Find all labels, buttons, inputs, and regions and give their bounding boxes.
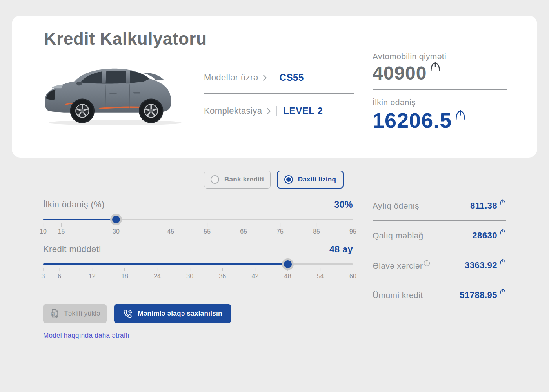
- down-payment-value: 16206.5: [373, 109, 507, 132]
- summary-label: Ümumi kredit: [373, 290, 423, 300]
- model-selector-value[interactable]: CS55: [279, 72, 304, 83]
- manat-icon: [500, 289, 506, 294]
- tick-line: [287, 268, 288, 271]
- summary-row: Aylıq ödəniş811.38: [373, 191, 506, 221]
- tick-line: [316, 223, 317, 227]
- slider-ticks: 101530455565758595: [43, 223, 353, 237]
- tick-label: 54: [317, 273, 324, 280]
- contact-me-button[interactable]: Mənimlə əlaqə saxlanılsın: [114, 304, 231, 323]
- summary-label: Qalıq məbləğ: [373, 231, 424, 240]
- trim-selector-row[interactable]: Komplektasiya LEVEL 2: [204, 104, 354, 118]
- slider-tick: 18: [121, 268, 128, 280]
- tick-label: 15: [58, 228, 65, 235]
- summary-panel: Aylıq ödəniş811.38Qalıq məbləğ28630Əlavə…: [373, 191, 506, 310]
- tick-label: 55: [204, 228, 211, 235]
- summary-row: Ümumi kredit51788.95: [373, 280, 506, 310]
- down-payment-label: İlkin ödəniş: [373, 98, 507, 107]
- slider-tick: 54: [317, 268, 324, 280]
- tick-label: 30: [186, 273, 193, 280]
- summary-label: Əlavə xərcləri: [373, 260, 430, 270]
- credit-calculator-page: Kredit Kalkulyatoru: [0, 0, 549, 392]
- slider-tick: 48: [284, 268, 291, 280]
- slider-tick: 42: [252, 268, 259, 280]
- tick-label: 75: [276, 228, 284, 235]
- model-details-link[interactable]: Model haqqında daha ətraflı: [43, 332, 129, 339]
- slider-tick: 3: [42, 268, 45, 280]
- tick-line: [171, 223, 171, 227]
- slider-tick: 60: [349, 268, 356, 280]
- slider-fill: [43, 219, 116, 220]
- manat-icon: [455, 110, 466, 120]
- summary-value: 811.38: [470, 201, 506, 211]
- slider-ticks: 36121824303642485460: [43, 268, 353, 282]
- tick-label: 24: [154, 273, 161, 280]
- tick-label: 45: [167, 228, 174, 235]
- internal-leasing-label: Daxili lizinq: [298, 176, 336, 183]
- download-offer-label: Təklifi yüklə: [64, 310, 100, 318]
- summary-label: Aylıq ödəniş: [373, 201, 419, 211]
- tick-label: 65: [240, 228, 247, 235]
- model-selector-block: Modellər üzrə CS55 Komplektasiya LEVEL 2: [204, 71, 354, 118]
- summary-value: 3363.92: [465, 260, 506, 270]
- tick-line: [207, 223, 207, 227]
- summary-value: 28630: [472, 230, 506, 241]
- slider-tick: 65: [240, 223, 247, 235]
- info-icon[interactable]: i: [424, 260, 430, 266]
- slider-tick: 85: [313, 223, 320, 235]
- tick-label: 10: [40, 228, 47, 235]
- model-selector-label: Modellər üzrə: [204, 73, 258, 83]
- manat-icon: [500, 229, 506, 235]
- bank-credit-option[interactable]: Bank krediti: [204, 171, 271, 189]
- tick-line: [43, 223, 43, 227]
- selector-divider: [204, 93, 354, 94]
- chevron-right-icon: [263, 74, 267, 81]
- slider-tick: 10: [40, 223, 47, 235]
- svg-text:PDF: PDF: [51, 313, 55, 315]
- tick-line: [222, 268, 223, 271]
- contact-me-label: Mənimlə əlaqə saxlanılsın: [138, 310, 222, 318]
- slider-tick: 45: [167, 223, 174, 235]
- summary-row: Əlavə xərcləri3363.92: [373, 250, 506, 280]
- download-offer-button[interactable]: PDF Təklifi yüklə: [43, 304, 107, 323]
- slider-tick: 24: [154, 268, 161, 280]
- tick-line: [353, 223, 353, 227]
- slider-tick: 55: [204, 223, 211, 235]
- loan-term-slider-group: Kredit müddəti 48 ay 3612182430364248546…: [43, 241, 353, 282]
- tick-line: [190, 268, 190, 271]
- slider-tick: 30: [186, 268, 193, 280]
- tick-label: 30: [113, 228, 120, 235]
- chevron-right-icon: [267, 108, 271, 114]
- tick-label: 95: [349, 228, 356, 235]
- model-selector-row[interactable]: Modellər üzrə CS55: [204, 71, 354, 85]
- slider-tick: 30: [113, 223, 120, 235]
- loan-term-slider-track[interactable]: [43, 263, 353, 265]
- slider-tick: 36: [219, 268, 226, 280]
- tick-line: [61, 223, 62, 227]
- tick-label: 36: [219, 273, 226, 280]
- summary-row: Qalıq məbləğ28630: [373, 221, 506, 250]
- tick-label: 6: [58, 273, 61, 280]
- tick-label: 85: [313, 228, 320, 235]
- tick-label: 48: [284, 273, 291, 280]
- radio-selected-icon[interactable]: [284, 175, 293, 184]
- trim-selector-value[interactable]: LEVEL 2: [283, 105, 323, 116]
- summary-value: 51788.95: [460, 290, 506, 300]
- tick-label: 12: [89, 273, 96, 280]
- down-payment-slider-track[interactable]: [43, 219, 353, 220]
- slider-tick: 6: [58, 268, 61, 280]
- slider-tick: 12: [89, 268, 96, 280]
- slider-tick: 75: [276, 223, 284, 235]
- down-payment-slider-label: İlkin ödəniş (%): [43, 200, 105, 210]
- loan-term-slider-handle[interactable]: [284, 260, 292, 268]
- down-payment-slider-handle[interactable]: [112, 216, 120, 223]
- financing-toggle-group: Bank krediti Daxili lizinq: [204, 171, 344, 189]
- tick-line: [320, 268, 320, 271]
- car-price-label: Avtomobilin qiyməti: [373, 52, 507, 61]
- loan-term-slider-label: Kredit müddəti: [43, 244, 101, 254]
- bank-credit-label: Bank krediti: [224, 176, 264, 183]
- tick-line: [92, 268, 92, 271]
- tick-line: [255, 268, 255, 271]
- internal-leasing-option[interactable]: Daxili lizinq: [277, 171, 344, 189]
- tick-label: 3: [42, 273, 45, 280]
- radio-unselected-icon[interactable]: [211, 175, 219, 184]
